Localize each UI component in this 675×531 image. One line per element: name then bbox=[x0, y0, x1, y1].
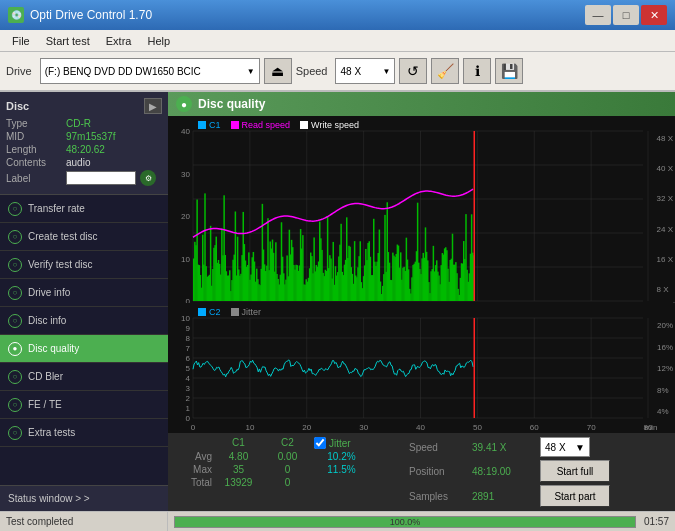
jitter-legend-color bbox=[231, 308, 239, 316]
status-text: Test completed bbox=[6, 516, 73, 527]
length-value: 48:20.62 bbox=[66, 144, 105, 155]
status-window-label: Status window > > bbox=[8, 493, 90, 504]
speed-select[interactable]: 48 X ▼ bbox=[335, 58, 395, 84]
stats-bar: C1 C2 Jitter Avg 4.80 0.00 10.2% bbox=[168, 433, 675, 511]
title-text: Opti Drive Control 1.70 bbox=[30, 8, 152, 22]
samples-label: Samples bbox=[409, 491, 464, 502]
y-label-48x: 48 X bbox=[657, 134, 673, 143]
toolbar: Drive (F:) BENQ DVD DD DW1650 BCIC ▼ ⏏ S… bbox=[0, 52, 675, 92]
speed-dropdown-arrow: ▼ bbox=[575, 442, 585, 453]
disc-label-label: Label bbox=[6, 173, 66, 184]
c1-legend-label: C1 bbox=[209, 120, 221, 130]
chart-area: C1 Read speed Write speed 48 X 40 X bbox=[168, 116, 675, 511]
samples-value: 2891 bbox=[472, 491, 532, 502]
contents-label: Contents bbox=[6, 157, 66, 168]
content-area: ● Disc quality C1 Read speed bbox=[168, 92, 675, 511]
menu-bar: File Start test Extra Help bbox=[0, 30, 675, 52]
y-label-20pct: 20% bbox=[657, 321, 673, 330]
status-text-area: Test completed bbox=[0, 512, 168, 531]
close-button[interactable]: ✕ bbox=[641, 5, 667, 25]
bottom-chart: C2 Jitter 20% 16% 12% 8% 4% bbox=[168, 303, 675, 433]
erase-button[interactable]: 🧹 bbox=[431, 58, 459, 84]
sidebar-item-disc-quality[interactable]: ● Disc quality bbox=[0, 335, 168, 363]
mid-value: 97m15s37f bbox=[66, 131, 115, 142]
verify-disc-icon: ○ bbox=[8, 258, 22, 272]
label-settings-icon[interactable]: ⚙ bbox=[140, 170, 156, 186]
sidebar-label-fe-te: FE / TE bbox=[28, 399, 62, 410]
info-button[interactable]: ℹ bbox=[463, 58, 491, 84]
sidebar-item-fe-te[interactable]: ○ FE / TE bbox=[0, 391, 168, 419]
sidebar-label-verify: Verify test disc bbox=[28, 259, 92, 270]
mid-label: MID bbox=[6, 131, 66, 142]
max-label: Max bbox=[176, 464, 212, 475]
chevron-down-icon: ▼ bbox=[247, 67, 255, 76]
drive-info-icon: ○ bbox=[8, 286, 22, 300]
sidebar-item-transfer-rate[interactable]: ○ Transfer rate bbox=[0, 195, 168, 223]
disc-info-icon: ○ bbox=[8, 314, 22, 328]
create-disc-icon: ○ bbox=[8, 230, 22, 244]
sidebar-label-disc-quality: Disc quality bbox=[28, 343, 79, 354]
disc-quality-header: ● Disc quality bbox=[168, 92, 675, 116]
status-bar: Test completed 100.0% 01:57 bbox=[0, 511, 675, 531]
y-label-16x: 16 X bbox=[657, 255, 673, 264]
status-right: 100.0% 01:57 bbox=[168, 516, 675, 528]
eject-button[interactable]: ⏏ bbox=[264, 58, 292, 84]
drive-select[interactable]: (F:) BENQ DVD DD DW1650 BCIC ▼ bbox=[40, 58, 260, 84]
disc-quality-icon: ● bbox=[8, 342, 22, 356]
speed-dropdown-value: 48 X bbox=[545, 442, 566, 453]
sidebar-label-drive-info: Drive info bbox=[28, 287, 70, 298]
y-label-16pct: 16% bbox=[657, 343, 673, 352]
start-full-button[interactable]: Start full bbox=[540, 460, 610, 482]
minimize-button[interactable]: — bbox=[585, 5, 611, 25]
sidebar-item-create-test-disc[interactable]: ○ Create test disc bbox=[0, 223, 168, 251]
avg-jitter: 10.2% bbox=[314, 451, 369, 462]
refresh-button[interactable]: ↺ bbox=[399, 58, 427, 84]
disc-panel: Disc ▶ Type CD-R MID 97m15s37f Length 48… bbox=[0, 92, 168, 195]
y-axis-right-bottom: 20% 16% 12% 8% 4% bbox=[657, 321, 673, 416]
jitter-legend-label: Jitter bbox=[242, 307, 262, 317]
drive-label: Drive bbox=[6, 65, 32, 77]
sidebar-item-extra-tests[interactable]: ○ Extra tests bbox=[0, 419, 168, 447]
menu-start-test[interactable]: Start test bbox=[38, 33, 98, 49]
maximize-button[interactable]: □ bbox=[613, 5, 639, 25]
jitter-checkbox[interactable] bbox=[314, 437, 326, 449]
avg-c1: 4.80 bbox=[216, 451, 261, 462]
y-label-40x: 40 X bbox=[657, 164, 673, 173]
c2-legend-color bbox=[198, 308, 206, 316]
sidebar-item-disc-info[interactable]: ○ Disc info bbox=[0, 307, 168, 335]
chevron-down-icon2: ▼ bbox=[383, 67, 391, 76]
chart-legend-bottom: C2 Jitter bbox=[198, 307, 261, 317]
total-c2: 0 bbox=[265, 477, 310, 488]
c2-col-header: C2 bbox=[265, 437, 310, 449]
disc-options-button[interactable]: ▶ bbox=[144, 98, 162, 114]
start-part-button[interactable]: Start part bbox=[540, 485, 610, 507]
chart-legend-top: C1 Read speed Write speed bbox=[198, 120, 359, 130]
max-c2: 0 bbox=[265, 464, 310, 475]
c2-legend-label: C2 bbox=[209, 307, 221, 317]
progress-text: 100.0% bbox=[390, 517, 421, 527]
avg-label: Avg bbox=[176, 451, 212, 462]
sidebar-item-verify-test-disc[interactable]: ○ Verify test disc bbox=[0, 251, 168, 279]
menu-file[interactable]: File bbox=[4, 33, 38, 49]
sidebar-item-cd-bler[interactable]: ○ CD Bler bbox=[0, 363, 168, 391]
menu-extra[interactable]: Extra bbox=[98, 33, 140, 49]
sidebar-item-drive-info[interactable]: ○ Drive info bbox=[0, 279, 168, 307]
jitter-label: Jitter bbox=[329, 438, 351, 449]
top-chart: C1 Read speed Write speed 48 X 40 X bbox=[168, 116, 675, 303]
status-time: 01:57 bbox=[644, 516, 669, 527]
total-label: Total bbox=[176, 477, 212, 488]
disc-label-input[interactable] bbox=[66, 171, 136, 185]
status-window-button[interactable]: Status window > > bbox=[0, 485, 168, 511]
read-legend-label: Read speed bbox=[242, 120, 291, 130]
jitter-checkbox-container[interactable]: Jitter bbox=[314, 437, 351, 449]
stats-right-col: Speed 39.41 X 48 X ▼ Position 48:19.00 S… bbox=[409, 437, 610, 507]
y-label-4pct: 4% bbox=[657, 407, 673, 416]
y-label-24x: 24 X bbox=[657, 225, 673, 234]
sidebar-label-extra-tests: Extra tests bbox=[28, 427, 75, 438]
max-jitter: 11.5% bbox=[314, 464, 369, 475]
extra-tests-icon: ○ bbox=[8, 426, 22, 440]
save-button[interactable]: 💾 bbox=[495, 58, 523, 84]
sidebar-label-cd-bler: CD Bler bbox=[28, 371, 63, 382]
menu-help[interactable]: Help bbox=[139, 33, 178, 49]
speed-dropdown[interactable]: 48 X ▼ bbox=[540, 437, 590, 457]
